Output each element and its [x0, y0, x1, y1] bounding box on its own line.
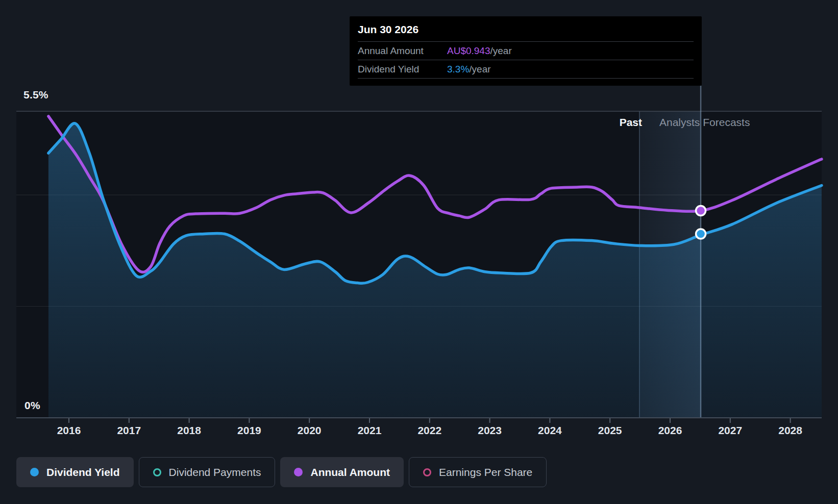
tooltip-row-annual-amount: Annual AmountAU$0.943/year	[358, 42, 694, 60]
legend-label: Annual Amount	[310, 466, 390, 478]
x-axis-year-label-2024: 2024	[538, 424, 562, 437]
dividend-payments-ring-icon	[153, 468, 161, 476]
tooltip-value: 3.3%	[447, 64, 469, 75]
legend-dividend-yield-button[interactable]: Dividend Yield	[16, 457, 134, 487]
dividend-chart-screen: 5.5% 0% Past Analysts Forecasts 20162017…	[0, 0, 838, 504]
y-axis-max-label: 5.5%	[23, 89, 48, 101]
x-axis-year-label-2026: 2026	[658, 424, 682, 437]
hover-marker-dividend-yield	[696, 229, 706, 239]
x-axis-year-label-2017: 2017	[117, 424, 141, 437]
x-axis-year-label-2022: 2022	[417, 424, 441, 437]
hover-marker-annual-amount	[696, 206, 706, 216]
legend-annual-amount-button[interactable]: Annual Amount	[280, 457, 404, 487]
x-axis-year-label-2028: 2028	[778, 424, 802, 437]
past-zone-label: Past	[620, 116, 642, 129]
dividend-yield-dot-icon	[30, 468, 39, 476]
y-axis-zero-label: 0%	[24, 399, 40, 412]
earnings-per-share-ring-icon	[423, 468, 431, 476]
hover-tooltip: Jun 30 2026 Annual AmountAU$0.943/yearDi…	[350, 16, 702, 86]
analysts-forecasts-zone-label: Analysts Forecasts	[659, 116, 750, 129]
legend-label: Dividend Payments	[169, 466, 261, 478]
legend-earnings-per-share-button[interactable]: Earnings Per Share	[409, 457, 547, 487]
annual-amount-dot-icon	[294, 468, 303, 476]
legend-label: Earnings Per Share	[439, 466, 532, 478]
tooltip-value-suffix: /year	[469, 64, 490, 75]
tooltip-label: Dividend Yield	[358, 64, 447, 75]
legend-label: Dividend Yield	[46, 466, 120, 478]
tooltip-value: AU$0.943	[447, 45, 490, 57]
x-axis-year-label-2019: 2019	[237, 424, 261, 437]
legend-dividend-payments-button[interactable]: Dividend Payments	[139, 457, 276, 487]
x-axis-year-label-2018: 2018	[177, 424, 201, 437]
x-axis-year-label-2016: 2016	[57, 424, 81, 437]
legend-bar: Dividend YieldDividend PaymentsAnnual Am…	[16, 457, 547, 487]
tooltip-row-dividend-yield: Dividend Yield3.3%/year	[358, 60, 694, 79]
tooltip-value-suffix: /year	[490, 45, 512, 57]
x-axis-year-label-2020: 2020	[298, 424, 322, 437]
x-axis-year-label-2023: 2023	[478, 424, 502, 437]
x-axis-year-label-2027: 2027	[718, 424, 742, 437]
tooltip-label: Annual Amount	[358, 45, 447, 57]
tooltip-rows: Annual AmountAU$0.943/yearDividend Yield…	[358, 42, 694, 79]
tooltip-date: Jun 30 2026	[358, 16, 694, 42]
x-axis-year-label-2021: 2021	[358, 424, 382, 437]
x-axis-year-label-2025: 2025	[598, 424, 622, 437]
